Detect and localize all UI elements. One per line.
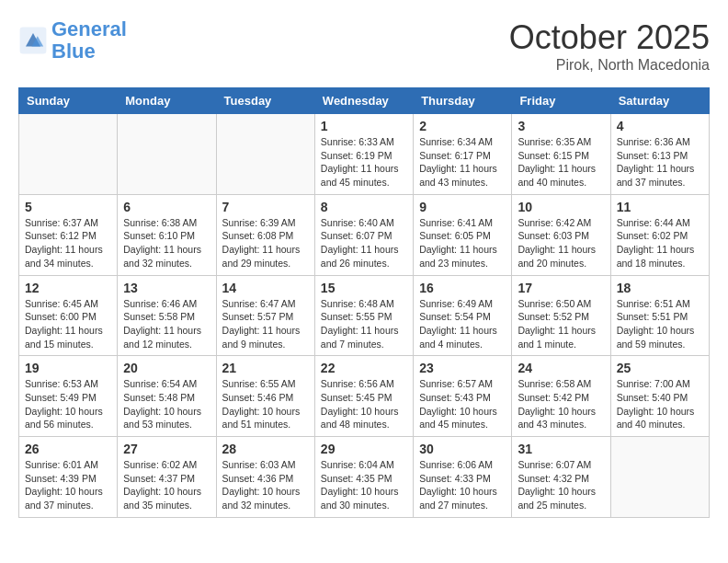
day-info: Sunrise: 6:37 AM Sunset: 6:12 PM Dayligh… (25, 216, 111, 270)
calendar-cell (216, 114, 314, 195)
calendar-cell: 16Sunrise: 6:49 AM Sunset: 5:54 PM Dayli… (414, 275, 512, 356)
weekday-header-friday: Friday (512, 88, 610, 114)
day-number: 11 (617, 200, 703, 214)
day-info: Sunrise: 6:01 AM Sunset: 4:39 PM Dayligh… (25, 458, 111, 512)
day-number: 22 (321, 361, 407, 375)
day-info: Sunrise: 6:39 AM Sunset: 6:08 PM Dayligh… (222, 216, 309, 270)
day-info: Sunrise: 6:55 AM Sunset: 5:46 PM Dayligh… (222, 377, 309, 431)
day-number: 15 (321, 281, 407, 295)
day-info: Sunrise: 6:40 AM Sunset: 6:07 PM Dayligh… (321, 216, 407, 270)
weekday-header-row: SundayMondayTuesdayWednesdayThursdayFrid… (19, 88, 710, 114)
calendar-cell: 18Sunrise: 6:51 AM Sunset: 5:51 PM Dayli… (610, 275, 709, 356)
calendar-cell: 23Sunrise: 6:57 AM Sunset: 5:43 PM Dayli… (414, 356, 512, 437)
day-number: 1 (321, 119, 407, 133)
day-number: 20 (123, 361, 210, 375)
calendar-cell: 5Sunrise: 6:37 AM Sunset: 6:12 PM Daylig… (19, 194, 118, 275)
day-info: Sunrise: 6:38 AM Sunset: 6:10 PM Dayligh… (123, 216, 210, 270)
day-number: 27 (123, 442, 210, 456)
day-info: Sunrise: 6:50 AM Sunset: 5:52 PM Dayligh… (518, 297, 604, 351)
day-info: Sunrise: 6:06 AM Sunset: 4:33 PM Dayligh… (419, 458, 506, 512)
calendar-cell: 13Sunrise: 6:46 AM Sunset: 5:58 PM Dayli… (118, 275, 216, 356)
calendar-cell (19, 114, 118, 195)
calendar-cell: 12Sunrise: 6:45 AM Sunset: 6:00 PM Dayli… (19, 275, 118, 356)
day-number: 2 (419, 119, 506, 133)
calendar-cell: 6Sunrise: 6:38 AM Sunset: 6:10 PM Daylig… (118, 194, 216, 275)
logo-icon (18, 26, 48, 55)
day-number: 9 (419, 200, 506, 214)
calendar-cell: 24Sunrise: 6:58 AM Sunset: 5:42 PM Dayli… (512, 356, 610, 437)
calendar-cell: 26Sunrise: 6:01 AM Sunset: 4:39 PM Dayli… (19, 437, 118, 518)
day-info: Sunrise: 6:58 AM Sunset: 5:42 PM Dayligh… (518, 377, 604, 431)
day-number: 28 (222, 442, 309, 456)
day-info: Sunrise: 6:33 AM Sunset: 6:19 PM Dayligh… (321, 135, 407, 190)
calendar-cell: 29Sunrise: 6:04 AM Sunset: 4:35 PM Dayli… (314, 437, 413, 518)
day-info: Sunrise: 6:49 AM Sunset: 5:54 PM Dayligh… (419, 297, 506, 351)
day-info: Sunrise: 6:45 AM Sunset: 6:00 PM Dayligh… (25, 297, 111, 351)
weekday-header-sunday: Sunday (19, 88, 118, 114)
day-info: Sunrise: 6:44 AM Sunset: 6:02 PM Dayligh… (617, 216, 703, 270)
day-number: 10 (518, 200, 604, 214)
day-number: 25 (617, 361, 703, 375)
calendar-cell: 11Sunrise: 6:44 AM Sunset: 6:02 PM Dayli… (610, 194, 709, 275)
weekday-header-wednesday: Wednesday (314, 88, 413, 114)
day-info: Sunrise: 6:48 AM Sunset: 5:55 PM Dayligh… (321, 297, 407, 351)
day-number: 23 (419, 361, 506, 375)
day-info: Sunrise: 6:41 AM Sunset: 6:05 PM Dayligh… (419, 216, 506, 270)
calendar-cell: 7Sunrise: 6:39 AM Sunset: 6:08 PM Daylig… (216, 194, 314, 275)
day-info: Sunrise: 6:56 AM Sunset: 5:45 PM Dayligh… (321, 377, 407, 431)
month-title: October 2025 (509, 18, 710, 57)
location-subtitle: Pirok, North Macedonia (509, 57, 710, 74)
calendar-cell: 15Sunrise: 6:48 AM Sunset: 5:55 PM Dayli… (314, 275, 413, 356)
calendar-cell: 9Sunrise: 6:41 AM Sunset: 6:05 PM Daylig… (414, 194, 512, 275)
calendar-cell: 22Sunrise: 6:56 AM Sunset: 5:45 PM Dayli… (314, 356, 413, 437)
day-number: 16 (419, 281, 506, 295)
day-info: Sunrise: 6:07 AM Sunset: 4:32 PM Dayligh… (518, 458, 604, 512)
weekday-header-saturday: Saturday (610, 88, 709, 114)
day-info: Sunrise: 6:42 AM Sunset: 6:03 PM Dayligh… (518, 216, 604, 270)
day-number: 31 (518, 442, 604, 456)
day-number: 8 (321, 200, 407, 214)
calendar-cell: 19Sunrise: 6:53 AM Sunset: 5:49 PM Dayli… (19, 356, 118, 437)
day-info: Sunrise: 6:46 AM Sunset: 5:58 PM Dayligh… (123, 297, 210, 351)
weekday-header-thursday: Thursday (414, 88, 512, 114)
day-info: Sunrise: 6:04 AM Sunset: 4:35 PM Dayligh… (321, 458, 407, 512)
calendar-week-3: 12Sunrise: 6:45 AM Sunset: 6:00 PM Dayli… (19, 275, 710, 356)
calendar-cell: 2Sunrise: 6:34 AM Sunset: 6:17 PM Daylig… (414, 114, 512, 195)
weekday-header-tuesday: Tuesday (216, 88, 314, 114)
day-number: 14 (222, 281, 309, 295)
calendar-cell: 14Sunrise: 6:47 AM Sunset: 5:57 PM Dayli… (216, 275, 314, 356)
day-number: 5 (25, 200, 111, 214)
calendar-cell (610, 437, 709, 518)
calendar-cell: 10Sunrise: 6:42 AM Sunset: 6:03 PM Dayli… (512, 194, 610, 275)
day-number: 24 (518, 361, 604, 375)
calendar-week-2: 5Sunrise: 6:37 AM Sunset: 6:12 PM Daylig… (19, 194, 710, 275)
day-number: 26 (25, 442, 111, 456)
calendar-cell: 27Sunrise: 6:02 AM Sunset: 4:37 PM Dayli… (118, 437, 216, 518)
day-number: 30 (419, 442, 506, 456)
day-info: Sunrise: 6:34 AM Sunset: 6:17 PM Dayligh… (419, 135, 506, 190)
calendar-cell: 21Sunrise: 6:55 AM Sunset: 5:46 PM Dayli… (216, 356, 314, 437)
day-number: 3 (518, 119, 604, 133)
calendar-cell: 30Sunrise: 6:06 AM Sunset: 4:33 PM Dayli… (414, 437, 512, 518)
day-info: Sunrise: 6:03 AM Sunset: 4:36 PM Dayligh… (222, 458, 309, 512)
weekday-header-monday: Monday (118, 88, 216, 114)
calendar-cell: 31Sunrise: 6:07 AM Sunset: 4:32 PM Dayli… (512, 437, 610, 518)
calendar-cell (118, 114, 216, 195)
day-number: 6 (123, 200, 210, 214)
calendar-cell: 25Sunrise: 7:00 AM Sunset: 5:40 PM Dayli… (610, 356, 709, 437)
calendar-cell: 1Sunrise: 6:33 AM Sunset: 6:19 PM Daylig… (314, 114, 413, 195)
day-number: 4 (617, 119, 703, 133)
calendar-cell: 20Sunrise: 6:54 AM Sunset: 5:48 PM Dayli… (118, 356, 216, 437)
calendar-cell: 28Sunrise: 6:03 AM Sunset: 4:36 PM Dayli… (216, 437, 314, 518)
day-number: 7 (222, 200, 309, 214)
logo-text: General Blue (51, 18, 127, 63)
day-info: Sunrise: 6:36 AM Sunset: 6:13 PM Dayligh… (617, 135, 703, 190)
calendar-cell: 8Sunrise: 6:40 AM Sunset: 6:07 PM Daylig… (314, 194, 413, 275)
day-number: 13 (123, 281, 210, 295)
day-info: Sunrise: 6:51 AM Sunset: 5:51 PM Dayligh… (617, 297, 703, 351)
calendar-week-4: 19Sunrise: 6:53 AM Sunset: 5:49 PM Dayli… (19, 356, 710, 437)
day-info: Sunrise: 6:35 AM Sunset: 6:15 PM Dayligh… (518, 135, 604, 190)
logo: General Blue (18, 18, 127, 63)
day-info: Sunrise: 6:54 AM Sunset: 5:48 PM Dayligh… (123, 377, 210, 431)
day-info: Sunrise: 6:53 AM Sunset: 5:49 PM Dayligh… (25, 377, 111, 431)
